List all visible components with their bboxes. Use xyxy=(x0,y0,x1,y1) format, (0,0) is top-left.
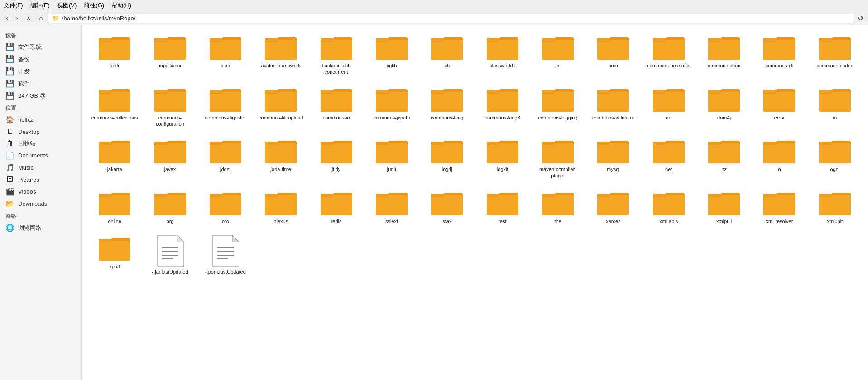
folder-label: xpp3 xyxy=(109,263,120,270)
folder-item[interactable]: commons-io xyxy=(310,83,362,131)
forward-button[interactable]: › xyxy=(13,13,22,23)
folder-item[interactable]: commons-jxpath xyxy=(366,83,417,131)
folder-item[interactable]: commons-beanutils xyxy=(643,31,695,79)
sidebar-item-pictures[interactable]: 🖼 Pictures xyxy=(0,174,81,185)
home-button[interactable]: ⌂ xyxy=(36,13,46,23)
folder-item[interactable]: online xyxy=(89,186,140,228)
folder-item[interactable]: de xyxy=(643,83,695,131)
folder-item[interactable]: plexus xyxy=(255,186,307,228)
folder-item[interactable]: o xyxy=(753,134,805,183)
folder-item[interactable]: commons-validator xyxy=(587,83,639,131)
folder-icon xyxy=(597,34,629,61)
folder-item[interactable]: commons-lang xyxy=(421,83,473,131)
sidebar-section-devices: 设备 xyxy=(0,29,81,41)
sidebar-item-downloads[interactable]: 📂 Downloads xyxy=(0,198,81,210)
folder-item[interactable]: ch xyxy=(421,31,473,79)
folder-item[interactable]: asm xyxy=(200,31,251,79)
folder-item[interactable]: maven-compiler-plugin xyxy=(532,134,584,183)
folder-item[interactable]: commons-digester xyxy=(200,83,251,131)
folder-item[interactable]: commons-cli xyxy=(753,31,805,79)
folder-item[interactable]: commons-fileupload xyxy=(255,83,307,131)
folder-item[interactable]: javax xyxy=(144,134,196,183)
folder-item[interactable]: logkit xyxy=(476,134,528,183)
folder-item[interactable]: commons-logging xyxy=(532,83,584,131)
folder-item[interactable]: commons-chain xyxy=(698,31,750,79)
sidebar-item-desktop[interactable]: 🖥 Desktop xyxy=(0,126,81,138)
sidebar-label-pictures: Pictures xyxy=(18,176,39,183)
folder-item[interactable]: joda-time xyxy=(255,134,307,183)
folder-item[interactable]: avalon-framework xyxy=(255,31,307,79)
folder-item[interactable]: antlr xyxy=(89,31,140,79)
sidebar-label-music: Music xyxy=(18,164,34,171)
folder-item[interactable]: junit xyxy=(366,134,417,183)
sidebar-item-247gb[interactable]: 💾 247 GB 卷 xyxy=(0,90,81,102)
sidebar-item-browse-network[interactable]: 🌐 浏览网络 xyxy=(0,222,81,234)
folder-item[interactable]: jdom xyxy=(200,134,251,183)
svg-rect-209 xyxy=(155,142,167,145)
sidebar-item-documents[interactable]: 📄 Documents xyxy=(0,149,81,162)
folder-item[interactable]: aopalliance xyxy=(144,31,196,79)
folder-item[interactable]: commons-lang3 xyxy=(476,83,528,131)
menu-edit[interactable]: 编辑(E) xyxy=(30,1,50,10)
sidebar-item-software[interactable]: 💾 软件 xyxy=(0,77,81,90)
folder-item[interactable]: backport-util-concurrent xyxy=(310,31,362,79)
sidebar-item-filesystem[interactable]: 💾 文件系统 xyxy=(0,41,81,53)
folder-item[interactable]: io xyxy=(809,83,861,131)
folder-item[interactable]: mysql xyxy=(587,134,639,183)
folder-item[interactable]: xml-resolver xyxy=(753,186,805,228)
folder-label: commons-chain xyxy=(706,62,742,69)
sidebar-item-dev[interactable]: 💾 开发 xyxy=(0,65,81,77)
menu-help[interactable]: 帮助(H) xyxy=(111,1,131,10)
svg-rect-125 xyxy=(265,90,277,93)
sidebar-label-trash: 回收站 xyxy=(18,139,36,147)
folder-item[interactable]: org xyxy=(144,186,196,228)
reload-button[interactable]: ↺ xyxy=(856,14,865,23)
sidebar-item-hellxz[interactable]: 🏠 hellxz xyxy=(0,114,81,126)
folder-item[interactable]: commons-codec xyxy=(809,31,861,79)
file-item[interactable]: -.pom.lastUpdated xyxy=(200,232,251,279)
folder-item[interactable]: test xyxy=(476,186,528,228)
folder-item[interactable]: ognl xyxy=(809,134,861,183)
folder-item[interactable]: redis xyxy=(310,186,362,228)
folder-item[interactable]: classworlds xyxy=(476,31,528,79)
folder-item[interactable]: xml-apis xyxy=(643,186,695,228)
sidebar-item-backup[interactable]: 💾 备份 xyxy=(0,53,81,65)
sidebar-item-trash[interactable]: 🗑 回收站 xyxy=(0,138,81,149)
menu-file[interactable]: 文件(F) xyxy=(4,1,23,10)
folder-item[interactable]: sslext xyxy=(366,186,417,228)
videos-icon: 🎬 xyxy=(5,187,14,196)
sidebar-item-music[interactable]: 🎵 Music xyxy=(0,162,81,174)
folder-item[interactable]: oro xyxy=(200,186,251,228)
folder-item[interactable]: nz xyxy=(698,134,750,183)
menu-goto[interactable]: 前往(G) xyxy=(84,1,104,10)
up-button[interactable]: ∧ xyxy=(23,13,34,23)
drive-icon-software: 💾 xyxy=(5,79,14,88)
folder-item[interactable]: jakarta xyxy=(89,134,140,183)
folder-item[interactable]: cn xyxy=(532,31,584,79)
folder-item[interactable]: dom4j xyxy=(698,83,750,131)
folder-item[interactable]: xmlunit xyxy=(809,186,861,228)
folder-icon xyxy=(99,86,130,113)
folder-label: xml-apis xyxy=(659,218,678,224)
svg-rect-69 xyxy=(598,38,609,41)
folder-item[interactable]: commons-configuration xyxy=(144,83,196,131)
address-bar[interactable]: 📁 /home/hellxz/utils/mvnRepo/ xyxy=(48,14,854,23)
folder-item[interactable]: the xyxy=(532,186,584,228)
folder-item[interactable]: xpp3 xyxy=(89,232,140,279)
folder-item[interactable]: commons-collections xyxy=(89,83,140,131)
folder-item[interactable]: jtidy xyxy=(310,134,362,183)
menu-view[interactable]: 视图(V) xyxy=(57,1,77,10)
folder-item[interactable]: error xyxy=(753,83,805,131)
folder-item[interactable]: xerces xyxy=(587,186,639,228)
folder-item[interactable]: stax xyxy=(421,186,473,228)
folder-item[interactable]: log4j xyxy=(421,134,473,183)
folder-icon xyxy=(597,86,629,113)
back-button[interactable]: ‹ xyxy=(3,13,11,23)
file-item[interactable]: -.jar.lastUpdated xyxy=(144,232,196,279)
sidebar-item-videos[interactable]: 🎬 Videos xyxy=(0,185,81,198)
folder-item[interactable]: com xyxy=(587,31,639,79)
svg-rect-55 xyxy=(487,38,499,41)
folder-item[interactable]: net xyxy=(643,134,695,183)
folder-item[interactable]: xmlpull xyxy=(698,186,750,228)
folder-item[interactable]: cglib xyxy=(366,31,417,79)
